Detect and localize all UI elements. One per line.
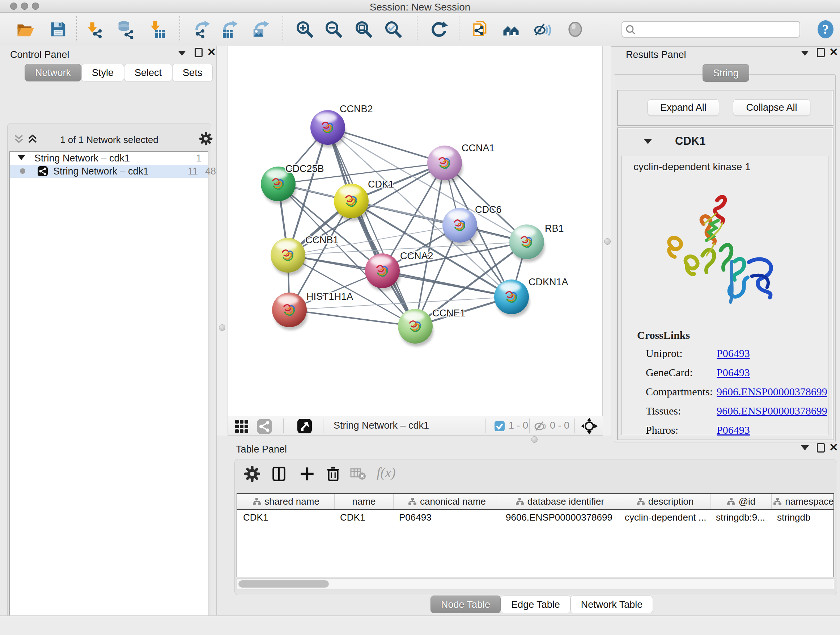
import-network-icon[interactable] <box>86 20 104 39</box>
network-edge[interactable] <box>289 310 415 326</box>
share-document-icon[interactable] <box>471 20 490 39</box>
column-header-canonicalname[interactable]: canonical name <box>393 494 500 509</box>
cytoscape-window: Session: New Session ? Control Panel ✕ N… <box>0 0 840 635</box>
column-header-name[interactable]: name <box>334 494 393 509</box>
control-panel-float-icon[interactable] <box>195 48 202 57</box>
network-share-button-icon[interactable] <box>256 418 272 434</box>
hide-glasses-icon[interactable] <box>532 20 551 39</box>
export-image-icon[interactable] <box>251 20 270 39</box>
tab-select[interactable]: Select <box>124 64 172 81</box>
grid-view-icon[interactable] <box>234 419 249 434</box>
zoom-selected-icon[interactable] <box>384 20 403 39</box>
network-node-ccna1[interactable]: CCNA1 <box>427 143 495 183</box>
tab-network[interactable]: Network <box>25 64 81 81</box>
column-header-description[interactable]: description <box>619 494 710 509</box>
result-node-name: CDK1 <box>675 135 706 148</box>
crosslink-row: Uniprot:P06493 <box>646 347 823 359</box>
tab-network-table[interactable]: Network Table <box>570 595 653 613</box>
hidden-count: 0 - 0 <box>550 420 569 431</box>
network-canvas[interactable]: CCNB2 CCNA1 CDC25B CDK1 CDC6 RB1 CCNB1 C… <box>228 46 603 416</box>
toolbar-separator <box>459 16 459 42</box>
network-node-rb1[interactable]: RB1 <box>509 223 564 262</box>
splitter-handle-icon[interactable] <box>219 325 225 331</box>
expand-collapse-box: Expand All Collapse All <box>617 90 834 126</box>
result-collapse-icon[interactable] <box>644 139 652 144</box>
scrollbar-thumb[interactable] <box>238 580 329 587</box>
network-edge[interactable] <box>382 271 512 297</box>
tab-string[interactable]: String <box>703 64 749 82</box>
column-header-namespace[interactable]: namespace <box>771 494 834 509</box>
fit-content-crosshair-icon[interactable] <box>581 418 598 434</box>
network-row-selected[interactable]: String Network – cdk1 11 48 <box>10 165 208 178</box>
collapse-all-button[interactable]: Collapse All <box>733 99 810 116</box>
crosslink-link[interactable]: 9606.ENSP00000378699 <box>717 405 827 417</box>
table-panel-menu-icon[interactable] <box>801 445 809 450</box>
results-panel-tab-string[interactable]: String <box>703 64 749 82</box>
help-button[interactable]: ? <box>816 20 835 39</box>
table-hscrollbar[interactable] <box>237 578 834 589</box>
search-box[interactable] <box>622 21 800 38</box>
network-edge[interactable] <box>328 127 527 242</box>
network-options-gear-icon[interactable] <box>199 131 213 146</box>
node-label: HIST1H1A <box>306 291 353 302</box>
selected-checkbox-icon[interactable] <box>494 421 505 432</box>
column-header-id[interactable]: @id <box>710 494 771 509</box>
crosslink-link[interactable]: P06493 <box>717 366 750 379</box>
zoom-fit-icon[interactable] <box>354 20 373 39</box>
import-table-icon[interactable] <box>149 20 167 39</box>
table-options-gear-icon[interactable] <box>243 465 261 483</box>
add-column-icon[interactable] <box>298 465 316 483</box>
import-network-database-icon[interactable] <box>117 20 135 39</box>
title-bar: Session: New Session <box>0 0 840 13</box>
column-header-sharedname[interactable]: shared name <box>237 494 334 509</box>
vertical-splitter-left[interactable] <box>217 46 228 435</box>
network-node-cdc25b[interactable]: CDC25B <box>261 163 324 204</box>
export-network-icon[interactable] <box>192 20 210 39</box>
network-label: String Network – cdk1 <box>53 166 149 177</box>
tab-node-table[interactable]: Node Table <box>431 595 501 613</box>
expand-all-button[interactable]: Expand All <box>647 99 719 116</box>
refresh-icon[interactable] <box>429 20 448 39</box>
results-panel-close-icon[interactable]: ✕ <box>829 48 838 57</box>
search-input[interactable] <box>638 22 799 37</box>
network-node-cdkn1a[interactable]: CDKN1A <box>494 277 568 317</box>
crosslink-link[interactable]: P06493 <box>717 424 750 436</box>
results-panel: Results Panel ✕ Expand All Collapse All … <box>611 46 840 435</box>
tree-expand-icon[interactable] <box>18 155 25 160</box>
crosslink-row: Compartments:9606.ENSP00000378699 <box>646 386 823 398</box>
network-node-ccnb2[interactable]: CCNB2 <box>310 103 373 148</box>
crosslink-link[interactable]: P06493 <box>717 347 750 359</box>
zoom-out-icon[interactable] <box>324 20 343 39</box>
splitter-handle-icon[interactable] <box>531 436 538 443</box>
results-panel-menu-icon[interactable] <box>801 51 809 56</box>
network-node-cdk1[interactable]: CDK1 <box>334 179 394 221</box>
show-columns-icon[interactable] <box>270 465 287 483</box>
node-label: CCNA1 <box>462 143 495 154</box>
control-panel-menu-icon[interactable] <box>178 51 186 56</box>
separator <box>529 418 530 433</box>
table-row[interactable]: CDK1CDK1P064939606.ENSP00000378699cyclin… <box>237 510 834 525</box>
tab-style[interactable]: Style <box>81 64 124 81</box>
control-panel-close-icon[interactable]: ✕ <box>207 48 216 57</box>
preview-eye-icon[interactable] <box>566 20 584 39</box>
crosslink-link[interactable]: 9606.ENSP00000378699 <box>717 386 827 398</box>
vertical-splitter-right[interactable] <box>603 46 611 435</box>
network-node-hist1h1a[interactable]: HIST1H1A <box>272 291 353 330</box>
open-session-icon[interactable] <box>16 20 35 39</box>
string-home-icon[interactable] <box>502 20 521 39</box>
splitter-handle-icon[interactable] <box>604 238 611 245</box>
tab-sets[interactable]: Sets <box>172 64 213 81</box>
table-panel-close-icon[interactable]: ✕ <box>829 443 838 452</box>
delete-column-trash-icon[interactable] <box>325 465 342 483</box>
node-table[interactable]: shared namenamecanonical namedatabase id… <box>237 493 834 577</box>
table-panel-float-icon[interactable] <box>817 443 825 453</box>
save-session-icon[interactable] <box>49 20 68 39</box>
tab-edge-table[interactable]: Edge Table <box>501 595 570 613</box>
export-table-icon[interactable] <box>219 20 238 39</box>
node-label: CDK1 <box>368 179 394 190</box>
column-header-databaseidentifier[interactable]: database identifier <box>500 494 619 509</box>
results-panel-float-icon[interactable] <box>817 48 825 57</box>
zoom-in-icon[interactable] <box>295 20 314 39</box>
open-in-window-icon[interactable] <box>297 418 312 434</box>
network-collection-row[interactable]: String Network – cdk1 1 <box>10 152 208 165</box>
